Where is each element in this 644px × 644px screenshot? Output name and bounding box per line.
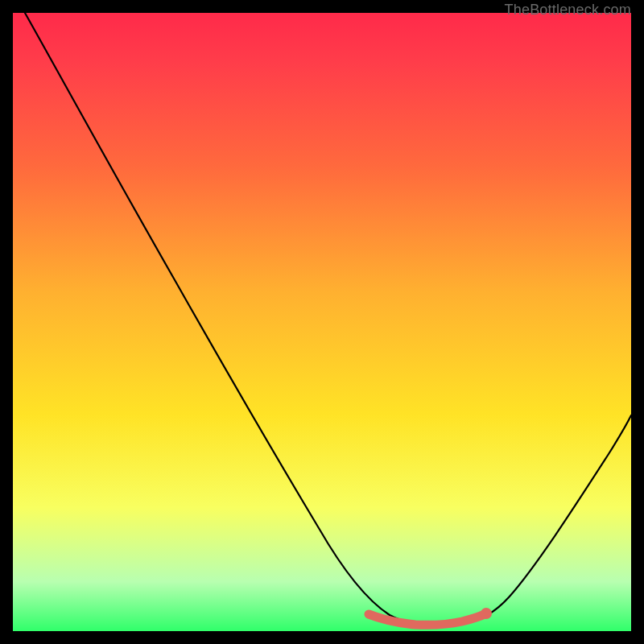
highlight-segment [369, 613, 486, 625]
bottleneck-curve [25, 13, 631, 625]
plot-area [13, 13, 631, 631]
highlight-point [481, 608, 492, 619]
chart-container: TheBottleneck.com [0, 0, 644, 644]
chart-svg [13, 13, 631, 631]
attribution-text: TheBottleneck.com [505, 2, 631, 19]
